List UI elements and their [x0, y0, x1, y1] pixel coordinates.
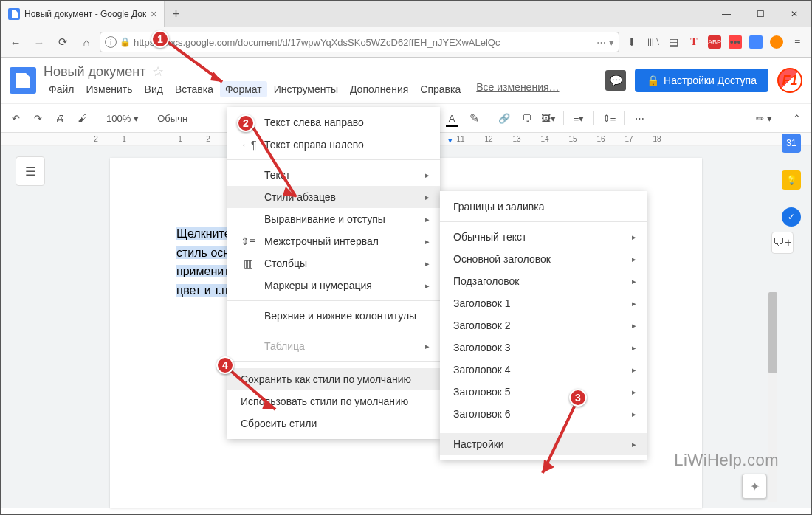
ext-red-icon[interactable]: ••• [729, 35, 742, 49]
tab-bar: Новый документ - Google Док × + — ☐ ✕ [1, 1, 811, 27]
share-label: Настройки Доступа [664, 75, 757, 86]
tab-close-icon[interactable]: × [151, 8, 156, 20]
menuitem-subtitle[interactable]: Подзаголовок▸ [440, 270, 647, 292]
menuitem-normal-text[interactable]: Обычный текст▸ [440, 226, 647, 248]
docs-favicon [8, 8, 20, 20]
close-window-button[interactable]: ✕ [777, 1, 811, 27]
ruler-marker-icon[interactable]: ▾ [448, 136, 453, 145]
menuitem-line-spacing[interactable]: ⇕≡Межстрочный интервал▸ [227, 230, 440, 252]
ext-blue-icon[interactable] [749, 35, 763, 49]
browser-menu-icon[interactable]: ≡ [791, 35, 804, 49]
sidebar-icon[interactable]: ▤ [667, 35, 680, 49]
toolbar-extensions: ⬇ ⫼\ ▤ T ABP ••• ≡ [622, 35, 807, 49]
menuitem-heading-4[interactable]: Заголовок 4▸ [440, 359, 647, 381]
browser-tab[interactable]: Новый документ - Google Док × [1, 1, 165, 27]
forward-button[interactable]: → [29, 32, 49, 52]
scrollbar-thumb[interactable] [768, 292, 777, 373]
menuitem-align[interactable]: Выравнивание и отступы▸ [227, 208, 440, 230]
tasks-icon[interactable]: ✓ [782, 207, 801, 227]
home-button[interactable]: ⌂ [76, 32, 97, 52]
minimize-button[interactable]: — [709, 1, 743, 27]
calendar-icon[interactable]: 31 [782, 134, 801, 153]
annotation-arrow-2 [250, 125, 309, 206]
align-button[interactable]: ≡▾ [570, 108, 588, 128]
ext-t-icon[interactable]: T [687, 35, 701, 49]
link-button[interactable]: 🔗 [495, 108, 513, 128]
annotation-4: 4 [216, 356, 234, 374]
menuitem-heading-5[interactable]: Заголовок 5▸ [440, 381, 647, 403]
star-icon[interactable]: ☆ [152, 63, 164, 80]
scrollbar-vertical[interactable] [768, 292, 777, 502]
add-comment-bubble[interactable]: 🗨+ [771, 232, 794, 254]
more-button[interactable]: ⋯ [630, 108, 648, 128]
dropdown-icon[interactable]: ▾ [609, 37, 614, 48]
add-comment-button[interactable]: 🗨 [517, 108, 535, 128]
menuitem-borders-shading[interactable]: Границы и заливка [440, 196, 647, 218]
chevron-up-icon[interactable]: ⌃ [788, 108, 805, 128]
back-button[interactable]: ← [5, 32, 26, 52]
paint-format-button[interactable]: 🖌 [73, 108, 91, 128]
explore-button[interactable]: ✦ [742, 474, 767, 499]
ext-orange-icon[interactable] [770, 35, 783, 49]
svg-line-6 [231, 371, 275, 409]
menuitem-heading-2[interactable]: Заголовок 2▸ [440, 314, 647, 336]
library-icon[interactable]: ⫼\ [646, 35, 659, 49]
annotation-1: 1 [151, 30, 169, 48]
redo-button[interactable]: ↷ [29, 108, 47, 128]
menuitem-headers-footers[interactable]: Верхние и нижние колонтитулы [227, 305, 440, 327]
highlight-button[interactable]: ✎ [465, 108, 483, 128]
window-controls: — ☐ ✕ [709, 1, 811, 27]
download-icon[interactable]: ⬇ [625, 35, 639, 49]
keep-icon[interactable]: 💡 [782, 170, 801, 190]
changes-link[interactable]: Все изменения… [476, 81, 559, 97]
header-right: 💬 🔒 Настройки Доступа F1 [605, 68, 802, 93]
menu-help[interactable]: Справка [415, 81, 466, 97]
avatar[interactable]: F1 [777, 68, 802, 93]
svg-line-2 [253, 128, 296, 197]
menu-edit[interactable]: Изменить [80, 81, 137, 97]
reload-button[interactable]: ⟳ [52, 32, 73, 52]
outline-button[interactable]: ☰ [16, 156, 45, 186]
editing-mode-button[interactable]: ✏▾ [756, 113, 772, 124]
lock-share-icon: 🔒 [647, 75, 659, 86]
zoom-select[interactable]: 100%▾ [103, 113, 142, 124]
annotation-arrow-3 [537, 402, 581, 483]
annotation-3: 3 [569, 389, 587, 407]
lock-icon: 🔒 [120, 37, 131, 47]
document-title[interactable]: Новый документ [44, 64, 146, 80]
menuitem-heading-3[interactable]: Заголовок 3▸ [440, 336, 647, 359]
address-bar: ← → ⟳ ⌂ i 🔒 https://docs.google.com/docu… [1, 27, 811, 57]
menuitem-columns[interactable]: ▥Столбцы▸ [227, 252, 440, 274]
doc-title-area: Новый документ ☆ Файл Изменить Вид Встав… [44, 63, 598, 97]
annotation-arrow-1 [163, 38, 237, 94]
menu-file[interactable]: Файл [44, 81, 79, 97]
browser-chrome: Новый документ - Google Док × + — ☐ ✕ ← … [1, 1, 811, 58]
menu-addons[interactable]: Дополнения [345, 81, 413, 97]
undo-button[interactable]: ↶ [7, 108, 24, 128]
side-panel: 31 💡 ✓ [776, 134, 807, 227]
menubar: Файл Изменить Вид Вставка Формат Инструм… [44, 81, 598, 97]
reader-icon[interactable]: ⋯ [596, 37, 606, 48]
maximize-button[interactable]: ☐ [743, 1, 777, 27]
text-color-button[interactable]: A [443, 108, 461, 128]
annotation-2: 2 [237, 114, 255, 132]
comments-icon[interactable]: 💬 [605, 70, 626, 91]
menu-tools[interactable]: Инструменты [269, 81, 343, 97]
image-button[interactable]: 🖼▾ [540, 108, 557, 128]
print-button[interactable]: 🖨 [51, 108, 69, 128]
share-button[interactable]: 🔒 Настройки Доступа [635, 69, 768, 92]
docs-logo-icon[interactable] [10, 67, 36, 94]
menuitem-bullets[interactable]: Маркеры и нумерация▸ [227, 274, 440, 297]
site-info-icon[interactable]: i [105, 36, 117, 48]
menuitem-heading-1[interactable]: Заголовок 1▸ [440, 292, 647, 314]
line-spacing-button[interactable]: ⇕≡ [600, 108, 618, 128]
menuitem-title[interactable]: Основной заголовок▸ [440, 248, 647, 270]
menuitem-table: Таблица▸ [227, 335, 440, 357]
ext-abp-icon[interactable]: ABP [708, 35, 721, 49]
annotation-arrow-4 [228, 368, 287, 420]
tab-title: Новый документ - Google Док [24, 9, 146, 19]
style-select[interactable]: Обычн [154, 113, 190, 124]
new-tab-button[interactable]: + [165, 7, 187, 22]
watermark: LiWiHelp.com [674, 451, 779, 470]
docs-header: Новый документ ☆ Файл Изменить Вид Встав… [1, 58, 811, 103]
